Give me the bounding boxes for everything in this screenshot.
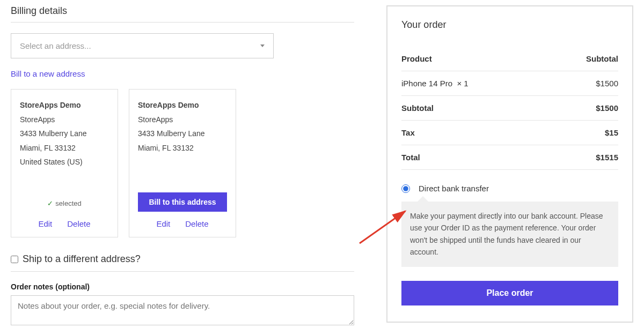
ship-different-row: Ship to a different address? — [11, 254, 354, 272]
delete-address-link[interactable]: Delete — [67, 219, 90, 228]
order-notes-label: Order notes (optional) — [11, 282, 354, 291]
order-item-name: iPhone 14 Pro × 1 — [401, 79, 469, 88]
address-name: StoreApps Demo — [20, 98, 109, 113]
ship-different-checkbox[interactable] — [11, 256, 18, 263]
payment-section: Direct bank transfer Make your payment d… — [401, 184, 618, 305]
selected-marker: ✓selected — [20, 199, 109, 207]
order-subtotal-value: $1500 — [596, 103, 618, 113]
order-total-value: $1515 — [596, 153, 618, 162]
address-street: 3433 Mulberry Lane — [138, 126, 227, 141]
address-country: United States (US) — [20, 155, 109, 169]
address-name: StoreApps Demo — [138, 98, 227, 113]
bill-new-address-link[interactable]: Bill to a new address — [11, 69, 85, 78]
ship-different-label: Ship to a different address? — [23, 254, 141, 265]
address-select-placeholder: Select an address... — [20, 41, 91, 50]
address-city: Miami, FL 33132 — [20, 141, 109, 155]
order-tax-value: $15 — [605, 128, 618, 137]
order-total-label: Total — [401, 153, 420, 162]
order-title: Your order — [401, 19, 618, 31]
bill-to-address-button[interactable]: Bill to this address — [138, 192, 227, 212]
order-subtotal-label: Subtotal — [401, 103, 434, 113]
order-summary: Your order Product Subtotal iPhone 14 Pr… — [386, 5, 633, 323]
order-tax-label: Tax — [401, 128, 415, 137]
address-select[interactable]: Select an address... — [11, 33, 274, 58]
edit-address-link[interactable]: Edit — [156, 219, 170, 228]
order-item-price: $1500 — [596, 79, 618, 88]
check-icon: ✓ — [47, 199, 53, 207]
order-header-product: Product — [401, 54, 432, 63]
place-order-button[interactable]: Place order — [401, 281, 618, 305]
payment-method-label: Direct bank transfer — [419, 184, 489, 193]
chevron-down-icon — [260, 44, 265, 47]
address-cards: StoreApps Demo StoreApps 3433 Mulberry L… — [11, 89, 354, 237]
billing-title: Billing details — [11, 5, 354, 23]
edit-address-link[interactable]: Edit — [38, 219, 52, 228]
address-card: StoreApps Demo StoreApps 3433 Mulberry L… — [129, 89, 236, 237]
address-street: 3433 Mulberry Lane — [20, 126, 109, 141]
order-header-subtotal: Subtotal — [586, 54, 618, 63]
payment-description: Make your payment directly into our bank… — [401, 202, 618, 267]
address-city: Miami, FL 33132 — [138, 141, 227, 155]
delete-address-link[interactable]: Delete — [185, 219, 208, 228]
address-card: StoreApps Demo StoreApps 3433 Mulberry L… — [11, 89, 118, 237]
order-notes-input[interactable] — [11, 295, 354, 325]
payment-radio-bank[interactable] — [401, 184, 410, 193]
address-company: StoreApps — [138, 113, 227, 127]
address-company: StoreApps — [20, 113, 109, 127]
